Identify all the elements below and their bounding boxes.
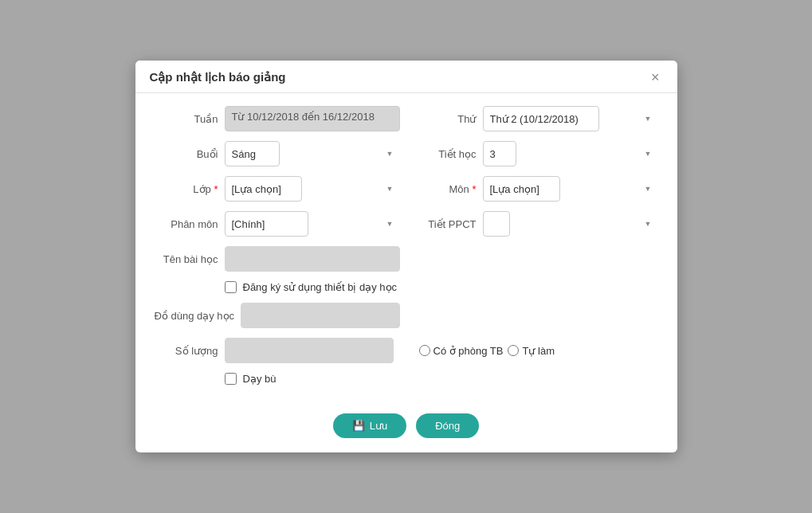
group-phanmon: Phân môn [Chính] Phân môn 1 Phân môn 2	[155, 211, 400, 237]
phanmon-select-wrapper: [Chính] Phân môn 1 Phân môn 2	[225, 211, 400, 237]
thietbi-checkbox-label[interactable]: Đăng ký sử dụng thiết bị dạy học	[243, 281, 398, 293]
group-soluong: Số lượng	[155, 338, 394, 363]
row-tenbailhoc: Tên bài học	[155, 246, 658, 272]
save-icon: 💾	[352, 420, 365, 432]
buoi-select-wrapper: Sáng Chiều Tối	[225, 141, 400, 166]
daybu-checkbox-label[interactable]: Dạy bù	[243, 373, 277, 385]
radio-tulam[interactable]	[508, 345, 519, 356]
tenbailhoc-input[interactable]	[225, 246, 400, 272]
checkbox-row-thietbi: Đăng ký sử dụng thiết bị dạy học	[155, 281, 658, 293]
tiethoc-select-wrapper: 1 2 3 4 5	[483, 141, 658, 166]
tietppct-select[interactable]	[483, 211, 510, 237]
close-icon[interactable]: ×	[648, 70, 663, 84]
group-thu: Thứ Thứ 2 (10/12/2018) Thứ 3 (11/12/2018…	[413, 106, 658, 131]
radio-tulam-label: Tự làm	[522, 345, 555, 357]
group-tuan: Tuần Từ 10/12/2018 đến 16/12/2018	[155, 106, 400, 131]
row-lop-mon: Lớp * [Lựa chọn] Môn * [Lựa chọn]	[155, 176, 658, 202]
soluong-input[interactable]	[225, 338, 394, 363]
checkbox-row-daybu: Dạy bù	[155, 373, 658, 385]
save-label: Lưu	[370, 420, 387, 432]
modal-overlay: Cập nhật lịch báo giảng × Tuần Từ 10/12/…	[0, 0, 812, 513]
modal-title: Cập nhật lịch báo giảng	[150, 70, 286, 84]
label-tiethoc: Tiết học	[413, 148, 477, 160]
label-mon: Môn *	[413, 183, 477, 195]
group-mon: Môn * [Lựa chọn]	[413, 176, 658, 202]
label-phanmon: Phân môn	[155, 218, 218, 230]
group-lop: Lớp * [Lựa chọn]	[155, 176, 400, 202]
label-thu: Thứ	[413, 113, 477, 125]
dodung-input[interactable]	[241, 303, 399, 328]
mon-select[interactable]: [Lựa chọn]	[483, 176, 560, 202]
dong-label: Đóng	[435, 420, 460, 432]
phanmon-select[interactable]: [Chính] Phân môn 1 Phân môn 2	[225, 211, 308, 237]
modal-footer: 💾 Lưu Đóng	[135, 404, 677, 452]
group-tiethoc: Tiết học 1 2 3 4 5	[413, 141, 658, 166]
group-tietppct: Tiết PPCT	[413, 211, 658, 237]
lop-select-wrapper: [Lựa chọn]	[225, 176, 400, 202]
thu-select-wrapper: Thứ 2 (10/12/2018) Thứ 3 (11/12/2018) Th…	[483, 106, 658, 131]
label-tietppct: Tiết PPCT	[413, 218, 477, 230]
mon-select-wrapper: [Lựa chọn]	[483, 176, 658, 202]
radio-cophong-label: Có ở phòng TB	[433, 345, 504, 357]
radio-group-options: Có ở phòng TB Tự làm	[406, 345, 658, 357]
thietbi-checkbox[interactable]	[225, 281, 237, 293]
row-dodung: Đồ dùng dạy học	[155, 303, 658, 328]
row-soluong: Số lượng Có ở phòng TB Tự làm	[155, 338, 658, 363]
modal-body: Tuần Từ 10/12/2018 đến 16/12/2018 Thứ Th…	[135, 93, 677, 404]
row-tuan-thu: Tuần Từ 10/12/2018 đến 16/12/2018 Thứ Th…	[155, 106, 658, 131]
row-phanmon-tietppct: Phân môn [Chính] Phân môn 1 Phân môn 2 T…	[155, 211, 658, 237]
label-dodung: Đồ dùng dạy học	[155, 310, 235, 322]
daybu-checkbox[interactable]	[225, 373, 237, 385]
group-dodung: Đồ dùng dạy học	[155, 303, 400, 328]
save-button[interactable]: 💾 Lưu	[333, 413, 406, 438]
row-buoi-tiethoc: Buổi Sáng Chiều Tối Tiết học 1	[155, 141, 658, 166]
thu-select[interactable]: Thứ 2 (10/12/2018) Thứ 3 (11/12/2018) Th…	[483, 106, 599, 131]
label-tuan: Tuần	[155, 113, 218, 125]
dong-button[interactable]: Đóng	[416, 413, 479, 438]
label-soluong: Số lượng	[155, 345, 218, 357]
radio-label-tulam[interactable]: Tự làm	[508, 345, 555, 357]
tietppct-select-wrapper	[483, 211, 658, 237]
modal-dialog: Cập nhật lịch báo giảng × Tuần Từ 10/12/…	[135, 61, 677, 452]
group-tenbailhoc: Tên bài học	[155, 246, 400, 272]
radio-label-cophong[interactable]: Có ở phòng TB	[419, 345, 504, 357]
label-buoi: Buổi	[155, 148, 218, 160]
tuan-value: Từ 10/12/2018 đến 16/12/2018	[225, 106, 400, 131]
modal-header: Cập nhật lịch báo giảng ×	[135, 61, 677, 93]
group-buoi: Buổi Sáng Chiều Tối	[155, 141, 400, 166]
lop-select[interactable]: [Lựa chọn]	[225, 176, 302, 202]
label-lop: Lớp *	[155, 183, 218, 195]
label-tenbailhoc: Tên bài học	[155, 253, 218, 265]
tiethoc-select[interactable]: 1 2 3 4 5	[483, 141, 516, 166]
buoi-select[interactable]: Sáng Chiều Tối	[225, 141, 280, 166]
radio-cophong[interactable]	[419, 345, 430, 356]
